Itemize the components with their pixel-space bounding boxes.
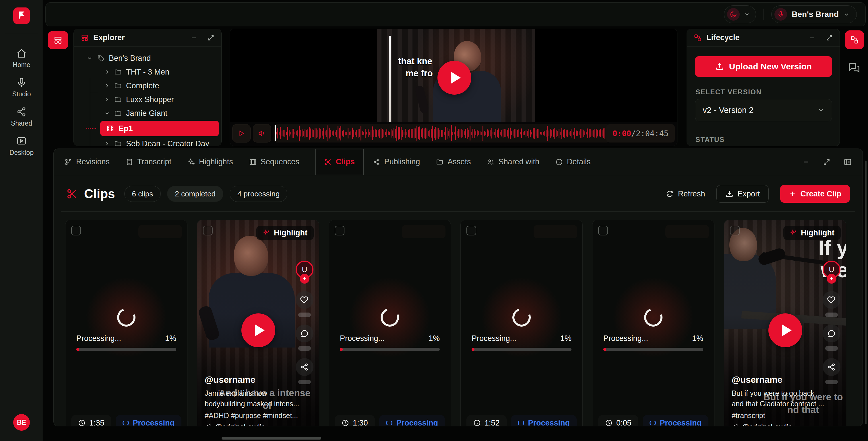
clip-card-processing[interactable]: Processing...1% 1:35 Processing <box>65 219 187 427</box>
lifecycle-tab-button[interactable] <box>845 30 864 49</box>
lifecycle-panel: Lifecycle Upload New Version SELECT VERS… <box>687 29 840 146</box>
share-button[interactable] <box>823 358 840 376</box>
create-clip-button[interactable]: Create Clip <box>780 185 850 203</box>
player-play-button[interactable] <box>232 124 251 142</box>
layout-grid-icon <box>81 34 89 42</box>
rail-item-shared[interactable]: Shared <box>0 107 43 127</box>
expand-icon[interactable] <box>823 158 830 166</box>
expand-icon[interactable] <box>826 34 833 41</box>
upload-new-version-button[interactable]: Upload New Version <box>695 56 832 77</box>
share-count-placeholder <box>825 380 838 384</box>
clip-checkbox[interactable] <box>203 226 213 235</box>
progress-bar <box>472 348 571 351</box>
comment-icon <box>827 329 836 338</box>
clip-checkbox[interactable] <box>335 226 344 235</box>
expand-icon[interactable] <box>208 34 214 41</box>
tab-highlights[interactable]: Highlights <box>187 149 233 175</box>
tree-item-tht[interactable]: THT - 3 Men <box>74 65 221 79</box>
rail-label-studio: Studio <box>12 90 31 98</box>
follow-plus-button[interactable] <box>827 274 836 283</box>
audio-waveform[interactable] <box>274 124 610 142</box>
info-icon <box>555 158 563 166</box>
refresh-button[interactable]: Refresh <box>666 190 705 198</box>
tab-sequences[interactable]: Sequences <box>249 149 299 175</box>
explorer-toggle-button[interactable] <box>48 31 68 49</box>
collapse-panel-icon[interactable] <box>844 158 851 166</box>
export-button[interactable]: Export <box>716 185 769 203</box>
tab-transcript[interactable]: Transcript <box>126 149 172 175</box>
comments-tab-button[interactable] <box>847 61 860 74</box>
clip-card-processing[interactable]: Processing...1% 1:30 Processing <box>329 219 451 427</box>
clip-card-highlight[interactable]: Highlight U <box>197 219 319 427</box>
rail-label-desktop: Desktop <box>9 149 34 157</box>
sparkles-icon <box>187 158 195 166</box>
theme-switcher[interactable] <box>724 5 756 23</box>
brand-switcher[interactable]: Ben's Brand <box>771 5 857 23</box>
tree-item-brand[interactable]: Ben's Brand <box>74 51 221 65</box>
like-button[interactable] <box>296 291 313 309</box>
clip-checkbox[interactable] <box>466 226 476 235</box>
clip-checkbox[interactable] <box>71 226 81 235</box>
lifecycle-icon <box>850 36 859 44</box>
tree-item-luxx[interactable]: Luxx Shopper <box>74 93 221 106</box>
rail-item-desktop[interactable]: Desktop <box>0 136 43 157</box>
clip-card-processing[interactable]: Processing...1% 1:52 Processing <box>460 219 583 427</box>
tree-item-jamie[interactable]: Jamie Giant <box>74 106 221 120</box>
comment-icon <box>300 329 309 338</box>
horizontal-scrollbar-thumb[interactable] <box>222 437 321 440</box>
explorer-panel: Explorer Ben's Brand THT - 3 Men <box>73 29 222 146</box>
chevron-right-icon <box>104 97 110 102</box>
ghost-badge <box>138 225 182 238</box>
version-select[interactable]: v2 - Version 2 <box>695 99 832 121</box>
tab-revisions[interactable]: Revisions <box>65 149 110 175</box>
tab-details[interactable]: Details <box>555 149 591 175</box>
video-preview[interactable]: that kne me fro <box>230 29 677 122</box>
tab-shared-with[interactable]: Shared with <box>487 149 539 175</box>
clip-play-button[interactable] <box>768 313 802 347</box>
minimize-icon[interactable] <box>190 34 197 41</box>
video-play-button[interactable] <box>437 61 471 95</box>
share-button[interactable] <box>296 358 313 376</box>
tab-publishing[interactable]: Publishing <box>373 149 420 175</box>
tab-assets[interactable]: Assets <box>436 149 471 175</box>
follow-plus-button[interactable] <box>300 274 309 283</box>
clock-icon <box>605 419 613 427</box>
clip-card-highlight[interactable]: If ywe Highlight U <box>724 219 846 427</box>
rail-item-home[interactable]: Home <box>0 48 43 69</box>
like-button[interactable] <box>823 291 840 309</box>
waveform-playhead[interactable] <box>275 125 276 141</box>
play-icon <box>255 324 265 336</box>
like-count-placeholder <box>825 312 838 317</box>
layout-grid-icon <box>53 36 63 45</box>
vertical-scrollbar[interactable] <box>865 161 867 425</box>
folder-icon <box>114 68 122 76</box>
status-badge: Processing <box>379 415 445 427</box>
user-avatar[interactable]: BE <box>13 414 30 431</box>
highlight-badge: Highlight <box>783 226 841 240</box>
users-icon <box>487 158 494 166</box>
clip-caption-line: Jamie explains how <box>205 388 267 399</box>
comment-button[interactable] <box>296 325 313 342</box>
tab-clips-active[interactable]: Clips <box>315 149 364 175</box>
clips-processing-badge: 4 processing <box>229 186 287 202</box>
clip-card-processing[interactable]: Processing...1% 0:05 Processing <box>592 219 714 427</box>
volume-icon <box>258 129 266 137</box>
clip-checkbox[interactable] <box>598 226 608 235</box>
minimize-icon[interactable] <box>809 34 815 41</box>
rail-item-studio[interactable]: Studio <box>0 77 43 98</box>
clip-checkbox[interactable] <box>730 226 740 235</box>
tree-item-complete[interactable]: Complete <box>74 79 221 93</box>
comment-button[interactable] <box>823 325 840 342</box>
refresh-icon <box>666 190 674 198</box>
chevron-right-icon <box>104 69 110 75</box>
clip-play-button[interactable] <box>241 313 275 347</box>
brand-mic-icon <box>774 8 787 21</box>
minimize-icon[interactable] <box>802 158 810 166</box>
app-logo[interactable] <box>13 7 30 24</box>
clip-username: @username <box>205 375 255 385</box>
tree-item-ep1-selected[interactable]: Ep1 <box>74 120 221 137</box>
brand-flag-icon <box>17 11 26 20</box>
tree-item-seb[interactable]: Seb Dean - Creator Day <box>74 137 221 146</box>
player-volume-button[interactable] <box>253 124 271 142</box>
clip-audio-row: @original-audio <box>732 423 792 427</box>
